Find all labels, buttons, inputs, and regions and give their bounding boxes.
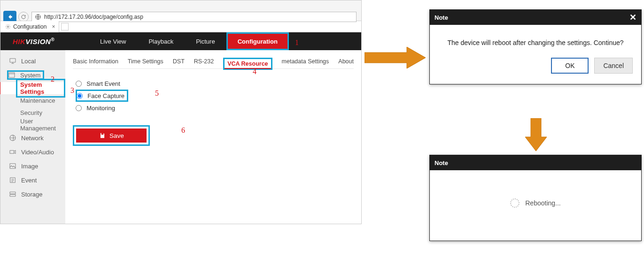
radio-face-capture[interactable]: Face Capture bbox=[76, 90, 128, 102]
topnav-playback[interactable]: Playback bbox=[137, 32, 185, 50]
save-button[interactable]: Save bbox=[76, 128, 147, 143]
subtab-vca-resource[interactable]: VCA Resource bbox=[223, 58, 272, 70]
sidebar-label: Network bbox=[21, 135, 44, 142]
topnav-live-view[interactable]: Live View bbox=[89, 32, 137, 50]
svg-rect-8 bbox=[10, 192, 16, 194]
subtab-dst[interactable]: DST bbox=[173, 58, 185, 68]
dialog-title: Note bbox=[435, 159, 448, 166]
subtabs: Basic Information Time Settings DST RS-2… bbox=[73, 56, 354, 69]
radio-label: Smart Event bbox=[86, 80, 120, 87]
camera-icon bbox=[9, 148, 16, 156]
sidebar-item-event[interactable]: Event bbox=[0, 173, 65, 187]
dialog-footer: OK Cancel bbox=[430, 58, 641, 84]
subtab-basic-information[interactable]: Basic Information bbox=[73, 58, 118, 68]
rebooting-text: Rebooting... bbox=[525, 199, 561, 207]
sidebar-label: Storage bbox=[21, 191, 43, 198]
arrow-right-icon bbox=[365, 47, 426, 68]
spinner-icon bbox=[510, 198, 520, 208]
browser-chrome: http://172.17.20.96/doc/page/config.asp bbox=[0, 0, 361, 21]
dialog-title: Note bbox=[435, 14, 448, 21]
sidebar-sub-label: System Settings bbox=[20, 81, 44, 95]
svg-rect-9 bbox=[10, 195, 16, 197]
topnav-label: Live View bbox=[100, 38, 126, 45]
sidebar-label: Image bbox=[21, 163, 38, 170]
sidebar-item-network[interactable]: Network bbox=[0, 131, 65, 145]
sidebar-sub-system-settings[interactable]: System Settings bbox=[0, 82, 65, 94]
subtab-about[interactable]: About bbox=[338, 58, 354, 68]
storage-icon bbox=[9, 190, 16, 198]
radio-monitoring[interactable]: Monitoring bbox=[76, 102, 354, 114]
annotation-4: 4 bbox=[253, 68, 256, 76]
brand-hik: HIK bbox=[13, 38, 25, 45]
radio-smart-event[interactable]: Smart Event bbox=[76, 77, 354, 90]
topnav-picture[interactable]: Picture bbox=[185, 32, 226, 50]
annotation-2: 2 bbox=[51, 75, 54, 83]
subtab-label: DST bbox=[173, 58, 185, 65]
topnav-label: Configuration bbox=[238, 38, 278, 45]
sidebar-item-local[interactable]: Local bbox=[0, 54, 65, 68]
topnav-label: Picture bbox=[196, 38, 215, 45]
brand-logo: HIKVISION® bbox=[0, 37, 89, 45]
svg-marker-10 bbox=[365, 47, 426, 68]
subtab-time-settings[interactable]: Time Settings bbox=[128, 58, 163, 68]
tab-strip: Configuration × bbox=[0, 21, 361, 32]
sidebar-sub-security[interactable]: Security bbox=[0, 106, 65, 119]
arrow-down-icon bbox=[525, 118, 547, 151]
top-nav: HIKVISION® Live View Playback Picture Co… bbox=[0, 32, 361, 50]
new-tab-button[interactable] bbox=[61, 23, 69, 30]
annotation-1: 1 bbox=[295, 38, 299, 47]
annotation-5: 5 bbox=[155, 89, 159, 98]
svg-rect-3 bbox=[9, 73, 15, 78]
radio-label: Face Capture bbox=[87, 92, 124, 99]
save-icon bbox=[99, 132, 106, 139]
save-button-label: Save bbox=[109, 132, 124, 139]
svg-rect-6 bbox=[10, 164, 16, 169]
application-icon bbox=[8, 71, 16, 79]
sidebar-sub-user-management[interactable]: User Management bbox=[0, 119, 65, 131]
tab-close-icon[interactable]: × bbox=[52, 23, 55, 30]
topnav-label: Playback bbox=[148, 38, 173, 45]
sidebar-sub-label: Maintenance bbox=[20, 97, 55, 104]
annotation-3: 3 bbox=[70, 86, 74, 95]
radio-input[interactable] bbox=[76, 81, 82, 87]
list-icon bbox=[9, 176, 16, 184]
topnav-configuration[interactable]: Configuration bbox=[226, 32, 289, 50]
brand-reg: ® bbox=[51, 37, 54, 42]
monitor-icon bbox=[9, 57, 16, 65]
dialog-message: The device will reboot after changing th… bbox=[430, 25, 641, 58]
app-root: HIKVISION® Live View Playback Picture Co… bbox=[0, 32, 361, 224]
sidebar-item-image[interactable]: Image bbox=[0, 159, 65, 173]
subtab-metadata-settings[interactable]: metadata Settings bbox=[282, 58, 329, 68]
ok-label: OK bbox=[565, 62, 574, 69]
sidebar-label: Event bbox=[21, 177, 37, 184]
dialog-body: Rebooting... bbox=[430, 170, 641, 241]
dialog-header: Note ✕ bbox=[430, 10, 641, 25]
browser-window: http://172.17.20.96/doc/page/config.asp … bbox=[0, 0, 362, 224]
dialog-header: Note bbox=[430, 155, 641, 170]
cancel-button[interactable]: Cancel bbox=[594, 58, 633, 74]
ok-button[interactable]: OK bbox=[551, 58, 589, 74]
annotation-6: 6 bbox=[181, 126, 185, 135]
sidebar-sub-label: Security bbox=[20, 109, 42, 116]
radio-input[interactable] bbox=[76, 105, 82, 111]
url-bar[interactable]: http://172.17.20.96/doc/page/config.asp bbox=[31, 12, 357, 22]
image-icon bbox=[9, 162, 16, 170]
radio-label: Monitoring bbox=[86, 105, 115, 112]
rebooting-dialog: Note Rebooting... bbox=[429, 155, 642, 241]
close-icon[interactable]: ✕ bbox=[629, 12, 636, 23]
subtab-label: Basic Information bbox=[73, 58, 118, 65]
subtab-rs232[interactable]: RS-232 bbox=[194, 58, 214, 68]
subtab-label: RS-232 bbox=[194, 58, 214, 65]
main-panel: Basic Information Time Settings DST RS-2… bbox=[65, 50, 361, 224]
globe-icon bbox=[9, 134, 16, 142]
browser-tab-configuration[interactable]: Configuration × bbox=[0, 21, 59, 32]
sidebar-item-storage[interactable]: Storage bbox=[0, 187, 65, 201]
sidebar-item-video-audio[interactable]: Video/Audio bbox=[0, 145, 65, 159]
brand-vision: VISION bbox=[25, 38, 51, 45]
save-highlight: Save bbox=[73, 125, 150, 146]
confirm-dialog: Note ✕ The device will reboot after chan… bbox=[429, 9, 642, 84]
radio-input[interactable] bbox=[77, 93, 83, 99]
sidebar-label: Video/Audio bbox=[21, 149, 54, 156]
svg-marker-11 bbox=[525, 118, 547, 151]
sidebar-label: System bbox=[20, 72, 40, 79]
